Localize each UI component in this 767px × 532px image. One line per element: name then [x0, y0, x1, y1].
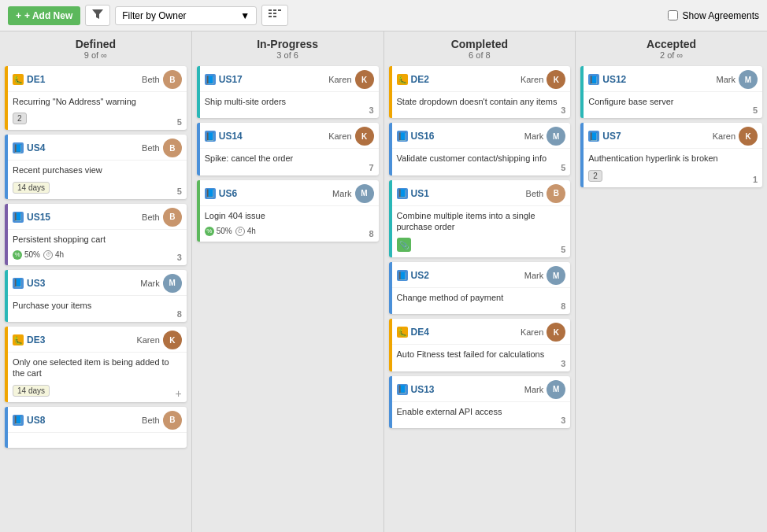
column-defined: Defined 9 of ∞ 🐛 DE1 Beth B Recurring "N… [0, 31, 192, 532]
owner-name: Beth [142, 75, 160, 84]
card[interactable]: 📘 US17 Karen K Ship multi-site orders 3 [197, 66, 379, 118]
card-body: Configure base server [584, 92, 762, 110]
card-body: Change method of payment [392, 288, 571, 306]
svg-rect-7 [278, 9, 281, 11]
avatar-beth: B [163, 411, 182, 430]
card[interactable]: 📘 US7 Karen K Authentication hyperlink i… [580, 123, 762, 187]
card-tags: 14 days [13, 385, 50, 397]
card-id[interactable]: US8 [27, 415, 45, 426]
card-id-area: 📘 US15 [13, 212, 50, 223]
avatar-karen: K [355, 127, 374, 146]
owner-name: Karen [328, 75, 351, 84]
owner-name: Mark [140, 279, 159, 288]
avatar-karen: K [163, 331, 182, 349]
filter-icon-button[interactable] [85, 5, 110, 26]
card-id[interactable]: US2 [411, 270, 429, 281]
card-id-area: 📘 US1 [397, 188, 429, 199]
avatar-mark: M [547, 127, 565, 146]
card[interactable]: 📘 US8 Beth B [5, 407, 187, 448]
card[interactable]: 🐛 DE3 Karen K Only one selected item is … [5, 327, 187, 402]
card-id[interactable]: DE2 [411, 74, 429, 85]
card-id[interactable]: DE4 [411, 327, 429, 338]
toolbar: + + Add New Filter by Owner ▼ Show Agree… [0, 0, 767, 31]
owner-name: Mark [524, 131, 543, 141]
card-id[interactable]: US6 [219, 188, 237, 199]
card-body: Auto Fitness test failed for calculation… [392, 345, 571, 363]
column-title-in-progress: In-Progress [195, 38, 380, 50]
card-id-area: 📘 US4 [13, 142, 45, 153]
story-icon: 📘 [588, 74, 599, 85]
card[interactable]: 📘 US1 Beth B Combine multiple items into… [389, 180, 571, 258]
avatar-mark: M [739, 70, 758, 89]
card-points: 3 [561, 416, 565, 425]
svg-rect-5 [273, 13, 276, 14]
owner-name: Mark [332, 189, 351, 198]
card-header: 📘 US12 Mark M [584, 66, 762, 92]
card-body: Combine multiple items into a single pur… [392, 206, 571, 236]
card-id[interactable]: DE3 [27, 334, 45, 345]
card-header: 📘 US14 Karen K [200, 123, 379, 149]
defect-icon: 🐛 [397, 74, 408, 85]
card-id[interactable]: US7 [602, 131, 621, 142]
card-id[interactable]: US13 [411, 384, 435, 395]
avatar-beth: B [163, 139, 182, 157]
filter-owner-dropdown[interactable]: Filter by Owner ▼ [115, 6, 257, 25]
card-id[interactable]: US1 [411, 188, 429, 199]
card[interactable]: 📘 US13 Mark M Enable external API access… [389, 376, 571, 428]
card-owner: Beth B [142, 139, 182, 157]
card[interactable]: 📘 US14 Karen K Spike: cancel the order 7 [197, 123, 379, 175]
card[interactable]: 📘 US15 Beth B Persistent shopping cart %… [5, 204, 187, 265]
card[interactable]: 📘 US2 Mark M Change method of payment 8 [389, 262, 571, 314]
card-header: 📘 US17 Karen K [200, 66, 379, 92]
card[interactable]: 📘 US12 Mark M Configure base server 5 [580, 66, 762, 118]
card-body: Recent purchases view [8, 161, 187, 179]
card-footer [392, 110, 571, 115]
show-agreements-checkbox[interactable] [668, 10, 678, 20]
card[interactable]: 🐛 DE2 Karen K State dropdown doesn't con… [389, 66, 571, 118]
show-agreements-area: Show Agreements [668, 10, 759, 21]
svg-marker-0 [92, 9, 103, 19]
card-id[interactable]: US3 [27, 278, 45, 289]
svg-rect-1 [269, 9, 272, 11]
story-icon: 📘 [13, 415, 24, 426]
progress-icon: % [205, 227, 214, 236]
column-cards-in-progress: 📘 US17 Karen K Ship multi-site orders 3 … [192, 63, 384, 532]
card-id[interactable]: US4 [27, 142, 45, 153]
card-id-area: 📘 US6 [205, 188, 237, 199]
columns-icon [269, 9, 281, 20]
avatar-karen: K [547, 323, 565, 342]
card-id[interactable]: US14 [219, 131, 243, 142]
card-owner: Beth B [142, 411, 182, 430]
card-body: Enable external API access [392, 402, 571, 420]
card-id[interactable]: US12 [602, 74, 626, 85]
avatar-mark: M [547, 380, 565, 399]
column-cards-completed: 🐛 DE2 Karen K State dropdown doesn't con… [384, 63, 576, 532]
card[interactable]: 🐛 DE1 Beth B Recurring "No Address" warn… [5, 66, 187, 130]
defect-icon: 🐛 [13, 74, 24, 85]
column-title-completed: Completed [387, 38, 572, 50]
svg-rect-2 [269, 13, 272, 14]
card-header: 📘 US8 Beth B [8, 407, 187, 433]
story-icon: 📘 [13, 142, 24, 153]
card-id-area: 🐛 DE4 [397, 327, 429, 338]
add-new-button[interactable]: + + Add New [8, 6, 80, 25]
columns-button[interactable] [261, 5, 288, 26]
card-owner: Mark M [140, 274, 181, 293]
card[interactable]: 🐛 DE4 Karen K Auto Fitness test failed f… [389, 319, 571, 371]
column-count-in-progress: 3 of 6 [195, 50, 380, 60]
card[interactable]: 📘 US4 Beth B Recent purchases view 14 da… [5, 135, 187, 198]
chevron-down-icon: ▼ [240, 10, 250, 21]
card[interactable]: 📘 US3 Mark M Purchase your items 8 [5, 270, 187, 322]
card-points: 8 [561, 301, 565, 311]
card[interactable]: 📘 US6 Mark M Login 404 issue %50%⏱4h 8 [197, 180, 379, 242]
card-id-area: 📘 US3 [13, 278, 45, 289]
card-id[interactable]: US15 [27, 212, 50, 223]
card-id[interactable]: US17 [219, 74, 243, 85]
card-id[interactable]: DE1 [27, 74, 45, 85]
card[interactable]: 📘 US16 Mark M Validate customer contact/… [389, 123, 571, 175]
card-id[interactable]: US16 [411, 131, 435, 142]
card-plus[interactable]: + [176, 387, 182, 400]
card-body: Purchase your items [8, 296, 187, 314]
plus-icon: + [16, 10, 21, 21]
owner-name: Karen [521, 327, 543, 337]
